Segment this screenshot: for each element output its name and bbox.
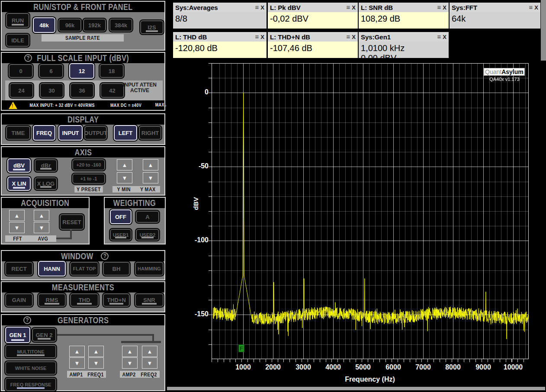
meas-rms-button[interactable]: RMS — [38, 293, 66, 307]
window-bh-button[interactable]: BH — [103, 262, 130, 276]
window-rect-button[interactable]: RECT — [5, 262, 33, 276]
tile-menu-icon[interactable]: ≡ — [255, 5, 259, 10]
tile-menu-icon[interactable]: ≡ — [437, 5, 441, 10]
fullscale-0-button[interactable]: 0 — [9, 64, 33, 78]
display-right-button[interactable]: RIGHT — [139, 126, 161, 140]
tile-menu-icon[interactable]: ≡ — [529, 5, 533, 10]
freq1-up-button[interactable]: ▲ — [88, 346, 104, 357]
sample-rate-192k-button[interactable]: 192k — [83, 19, 106, 32]
y-preset-label: Y PRESET — [74, 186, 103, 193]
window-hann-button[interactable]: HANN — [38, 261, 66, 276]
tile-close-icon[interactable]: X — [352, 34, 356, 40]
window-help-icon[interactable]: ? — [101, 252, 109, 260]
display-left-button[interactable]: LEFT — [114, 125, 137, 141]
weighting-off-button[interactable]: OFF — [110, 209, 132, 224]
y-max-down-button[interactable]: ▼ — [143, 172, 158, 183]
gen2-wire — [57, 334, 154, 336]
amp1-down-button[interactable]: ▼ — [69, 357, 85, 369]
amp2-down-button[interactable]: ▼ — [122, 357, 138, 369]
full-scale-help-icon[interactable]: ? — [24, 54, 32, 62]
fullscale-36-button[interactable]: 36 — [70, 83, 94, 98]
y-preset-1-1-button[interactable]: +1 to -1 — [72, 174, 105, 184]
weighting-user1-button[interactable]: USER1 — [110, 229, 132, 241]
fullscale-18-button[interactable]: 18 — [100, 64, 124, 78]
weighting-user2-button[interactable]: USER2 — [136, 229, 159, 241]
tile-title: L: SNR dB — [361, 4, 393, 11]
weighting-a-button[interactable]: A — [136, 211, 159, 223]
tile-menu-icon[interactable]: ≡ — [347, 35, 350, 39]
axis-xlin-button[interactable]: X LIN — [7, 177, 31, 191]
tile-thd: L: THD dB ≡X -120,80 dB — [173, 32, 267, 58]
display-freq-button[interactable]: FREQ — [33, 125, 55, 141]
amp2-up-button[interactable]: ▲ — [122, 346, 138, 357]
white-noise-button[interactable]: WHITE NOISE — [5, 361, 56, 375]
window-hamming-button[interactable]: HAMMING — [135, 262, 164, 276]
arrow-up-icon: ▲ — [148, 162, 154, 168]
tile-close-icon[interactable]: X — [534, 4, 538, 11]
fullscale-42-button[interactable]: 42 — [100, 83, 124, 98]
fullscale-24-button[interactable]: 24 — [10, 83, 33, 98]
idle-button[interactable]: IDLE — [6, 34, 29, 47]
panel-run-stop: RUN/STOP & FRONT PANEL RUN IDLE 48k 96k … — [1, 1, 165, 51]
fft-down-button[interactable]: ▼ — [9, 222, 25, 233]
tile-close-icon[interactable]: X — [443, 4, 446, 11]
sample-rate-48k-button[interactable]: 48k — [33, 17, 55, 33]
axis-xlog-button[interactable]: X LOG — [35, 177, 57, 190]
x-tick-label: 5000 — [346, 363, 380, 372]
tile-title: Sys:FFT — [452, 4, 477, 11]
avg-up-button[interactable]: ▲ — [34, 210, 49, 221]
fullscale-30-button[interactable]: 30 — [40, 83, 64, 98]
amp1-up-button[interactable]: ▲ — [69, 346, 85, 357]
freq2-down-button[interactable]: ▼ — [142, 357, 157, 369]
fullscale-12-button[interactable]: 12 — [69, 63, 94, 79]
gen2-button[interactable]: GEN 2 — [32, 328, 56, 342]
freq-response-button[interactable]: FREQ RESPONSE — [5, 378, 56, 391]
tile-close-icon[interactable]: X — [352, 4, 356, 11]
window-flattop-button[interactable]: FLAT TOP — [70, 262, 99, 276]
gen1-amp-value: 0,00 dBV — [361, 53, 446, 63]
tile-menu-icon[interactable]: ≡ — [347, 5, 350, 10]
panel-generators: ? GENERATORS GEN 1 GEN 2 MULTITONE WHITE… — [1, 314, 165, 391]
y-max-up-button[interactable]: ▲ — [143, 159, 158, 170]
panel-display: DISPLAY TIME FREQ INPUT OUTPUT LEFT RIGH… — [1, 113, 165, 145]
reset-button[interactable]: RESET — [60, 214, 84, 230]
generators-help-icon[interactable]: ? — [23, 316, 31, 324]
panel-window: WINDOW ? RECT HANN FLAT TOP BH HAMMING — [1, 250, 165, 280]
tile-sys-gen1: Sys:Gen1 ≡X 1,0100 kHz 0,00 dBV — [359, 32, 449, 58]
axis-dbv-button[interactable]: dBV — [7, 158, 31, 173]
fft-up-button[interactable]: ▲ — [9, 210, 25, 221]
x-tick-label: 6000 — [376, 363, 411, 372]
display-output-button[interactable]: OUTPUT — [84, 126, 107, 140]
y-preset-20-160-button[interactable]: +20 to -160 — [72, 159, 105, 170]
multitone-button[interactable]: MULTITONE — [5, 345, 56, 358]
freq1-down-button[interactable]: ▼ — [88, 357, 104, 369]
window-bottom-strip — [167, 387, 545, 390]
freq2-up-button[interactable]: ▲ — [142, 346, 157, 357]
sample-rate-label: SAMPLE RATE — [42, 34, 124, 42]
tile-close-icon[interactable]: X — [260, 34, 264, 40]
display-time-button[interactable]: TIME — [6, 126, 30, 140]
x-tick-label: 8000 — [436, 363, 470, 372]
y-min-up-button[interactable]: ▲ — [117, 159, 132, 170]
i2s-button[interactable]: I2S — [140, 20, 164, 34]
tile-menu-icon[interactable]: ≡ — [255, 35, 259, 39]
tile-menu-icon[interactable]: ≡ — [437, 35, 441, 39]
tile-close-icon[interactable]: X — [260, 4, 264, 11]
meas-thd-button[interactable]: THD — [70, 293, 99, 307]
fullscale-6-button[interactable]: 6 — [39, 64, 63, 78]
display-input-button[interactable]: INPUT — [58, 125, 83, 141]
run-button[interactable]: RUN — [6, 13, 29, 28]
y-min-down-button[interactable]: ▼ — [117, 172, 132, 183]
axis-dbr-button[interactable]: dBr — [35, 159, 57, 172]
input-atten-strip: 24 30 36 42 INPUT ATTEN ACTIVE — [5, 80, 163, 100]
meas-snr-button[interactable]: SNR — [135, 293, 164, 307]
sample-rate-384k-button[interactable]: 384k — [109, 19, 132, 32]
tile-close-icon[interactable]: X — [443, 34, 446, 40]
meas-thdn-button[interactable]: THD+N — [103, 293, 130, 307]
avg-down-button[interactable]: ▼ — [34, 222, 49, 233]
gen1-button[interactable]: GEN 1 — [5, 327, 30, 343]
meas-gain-button[interactable]: GAIN — [5, 293, 33, 307]
tile-value: -107,46 dB — [268, 42, 358, 58]
main-area: Sys:Averages ≡X 8/8 L: Pk dBV ≡X -0,02 d… — [166, 0, 546, 392]
sample-rate-96k-button[interactable]: 96k — [58, 19, 81, 32]
